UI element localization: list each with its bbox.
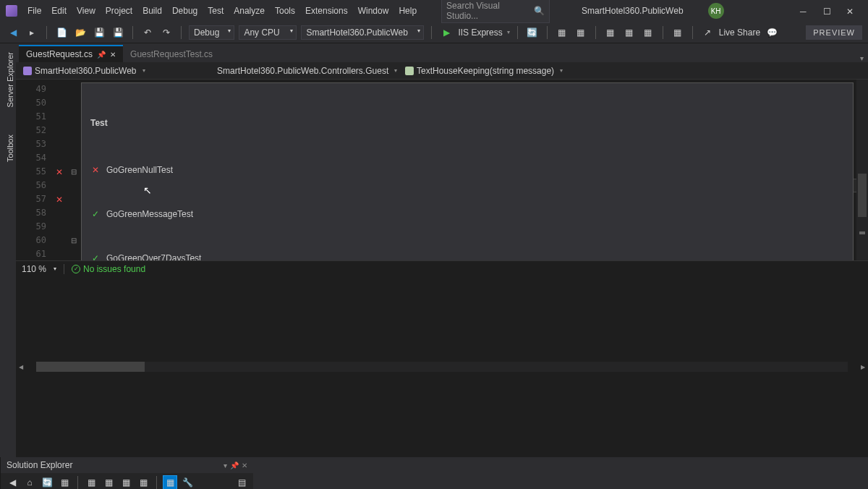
menu-build[interactable]: Build xyxy=(142,6,162,16)
panel-dropdown[interactable]: ▾ xyxy=(224,462,227,469)
menu-debug[interactable]: Debug xyxy=(172,6,197,16)
tb-icon-3[interactable]: ▦ xyxy=(603,25,618,40)
config-dropdown[interactable]: Debug xyxy=(189,25,234,40)
redo-button[interactable]: ↷ xyxy=(159,25,174,40)
save-all-button[interactable]: 💾 xyxy=(111,25,125,40)
menu-window[interactable]: Window xyxy=(358,6,389,16)
preview-badge[interactable]: PREVIEW xyxy=(806,25,862,40)
editor-bottom-bar: 110 % ▾ ✓No issues found xyxy=(16,260,868,276)
back-button[interactable]: ◀ xyxy=(5,475,20,490)
tb-icon-6[interactable]: ▦ xyxy=(671,25,685,40)
menu-help[interactable]: Help xyxy=(399,6,417,16)
line-number-gutter: 49 50 51 52 53 54 55 56 57 58 59 60 61 6… xyxy=(16,80,52,260)
undo-button[interactable]: ↶ xyxy=(140,25,155,40)
project-icon xyxy=(23,67,32,75)
minimize-button[interactable]: ─ xyxy=(800,7,809,15)
right-panel: Solution Explorer ▾ 📌 ✕ ◀ ⌂ 🔄 ▦ ▦ ▦ ▦ ▦ … xyxy=(0,457,253,489)
left-side-tabs: Server Explorer Toolbox xyxy=(0,43,16,457)
tb-icon-4[interactable]: ▦ xyxy=(622,25,637,40)
tab-label: GuestRequestTest.cs xyxy=(130,49,213,59)
run-button[interactable]: ▶ xyxy=(439,25,454,40)
close-button[interactable]: ✕ xyxy=(846,7,855,15)
toolbox-tab[interactable]: Toolbox xyxy=(0,132,16,165)
startup-dropdown[interactable]: SmartHotel360.PublicWeb xyxy=(301,25,424,40)
test-row[interactable]: ✕GoGreenNullTest xyxy=(90,162,844,179)
code-text[interactable]: Test ✕GoGreenNullTest ✓GoGreenMessageTes… xyxy=(81,80,868,260)
maximize-button[interactable]: ☐ xyxy=(823,7,832,15)
open-button[interactable]: 📂 xyxy=(73,25,88,40)
menu-edit[interactable]: Edit xyxy=(51,6,67,16)
solution-explorer-toolbar: ◀ ⌂ 🔄 ▦ ▦ ▦ ▦ ▦ ▦ 🔧 ▤ xyxy=(1,473,253,489)
document-tab-bar: GuestRequest.cs 📌 ✕ GuestRequestTest.cs … xyxy=(16,43,868,62)
btn-icon[interactable]: ▦ xyxy=(101,475,116,490)
fold-toggle[interactable]: ⊟ xyxy=(67,165,81,179)
properties-button[interactable]: 🔧 xyxy=(180,475,195,490)
test-indicator-margin: ✕ ✕ ✓ ✓ xyxy=(52,80,67,260)
home-button[interactable]: ⌂ xyxy=(22,475,37,490)
menu-project[interactable]: Project xyxy=(106,6,132,16)
server-explorer-tab[interactable]: Server Explorer xyxy=(0,49,16,110)
class-context[interactable]: SmartHotel360.PublicWeb.Controllers.Gues… xyxy=(210,66,398,76)
title-bar: File Edit View Project Build Debug Test … xyxy=(0,0,868,22)
pass-icon: ✓ xyxy=(90,254,101,261)
panel-close-icon[interactable]: ✕ xyxy=(242,462,247,469)
btn-icon[interactable]: ▤ xyxy=(234,475,249,490)
test-row[interactable]: ✓GoGreenMessageTest xyxy=(90,206,844,223)
tb-icon-2[interactable]: ▦ xyxy=(574,25,588,40)
menu-extensions[interactable]: Extensions xyxy=(305,6,348,16)
menu-tools[interactable]: Tools xyxy=(275,6,295,16)
fail-icon: ✕ xyxy=(90,166,101,176)
tab-guestrequesttest[interactable]: GuestRequestTest.cs xyxy=(123,46,220,62)
issues-indicator[interactable]: ✓No issues found xyxy=(72,264,145,274)
menu-view[interactable]: View xyxy=(77,6,95,16)
method-context[interactable]: TextHouseKeeping(string message) xyxy=(401,66,865,76)
sync-button[interactable]: 🔄 xyxy=(40,475,54,490)
save-button[interactable]: 💾 xyxy=(92,25,106,40)
method-icon xyxy=(405,67,414,75)
btn-icon[interactable]: ▦ xyxy=(119,475,133,490)
check-icon: ✓ xyxy=(72,265,80,273)
horizontal-scrollbar[interactable]: ◀ ▶ xyxy=(16,276,868,457)
nav-fwd-button[interactable]: ▸ xyxy=(25,25,39,40)
btn-icon[interactable]: ▦ xyxy=(84,475,98,490)
tb-icon-1[interactable]: ▦ xyxy=(555,25,569,40)
vertical-scrollbar[interactable] xyxy=(856,80,868,260)
menu-test[interactable]: Test xyxy=(208,6,224,16)
solution-explorer-title: Solution Explorer ▾ 📌 ✕ xyxy=(1,457,253,473)
show-all-files-button[interactable]: ▦ xyxy=(163,475,177,490)
tab-overflow[interactable]: ▾ xyxy=(856,54,868,62)
fold-toggle[interactable]: ⊟ xyxy=(67,234,81,247)
tab-guestrequest[interactable]: GuestRequest.cs 📌 ✕ xyxy=(19,45,123,62)
tb-icon-5[interactable]: ▦ xyxy=(641,25,655,40)
navigation-bar: SmartHotel360.PublicWeb SmartHotel360.Pu… xyxy=(16,62,868,80)
user-avatar[interactable]: KH xyxy=(708,3,724,19)
pin-icon[interactable]: 📌 xyxy=(97,51,106,59)
feedback-button[interactable]: 💬 xyxy=(765,25,779,40)
platform-dropdown[interactable]: Any CPU xyxy=(239,25,297,40)
menu-analyze[interactable]: Analyze xyxy=(234,6,265,16)
new-project-button[interactable]: 📄 xyxy=(54,25,69,40)
main-toolbar: ◀ ▸ 📄 📂 💾 💾 ↶ ↷ Debug Any CPU SmartHotel… xyxy=(0,22,868,43)
panel-pin-icon[interactable]: 📌 xyxy=(230,462,239,469)
test-row[interactable]: ✓GoGreenOver7DaysTest xyxy=(90,250,844,260)
live-share-label[interactable]: Live Share xyxy=(719,27,760,38)
window-title: SmartHotel360.PublicWeb xyxy=(582,6,684,16)
live-share-icon[interactable]: ↗ xyxy=(700,25,715,40)
ctx-project-label: SmartHotel360.PublicWeb xyxy=(35,66,137,76)
run-label[interactable]: IIS Express xyxy=(458,27,502,38)
code-editor[interactable]: 49 50 51 52 53 54 55 56 57 58 59 60 61 6… xyxy=(16,80,868,260)
test-fail-indicator[interactable]: ✕ xyxy=(52,165,67,179)
menu-file[interactable]: File xyxy=(27,6,41,16)
nav-back-button[interactable]: ◀ xyxy=(6,25,20,40)
project-context[interactable]: SmartHotel360.PublicWeb xyxy=(19,66,207,76)
popup-title: Test xyxy=(90,116,844,130)
fold-margin: ⊟ ⊟ ⊟ ─ xyxy=(67,80,81,260)
quick-launch-search[interactable]: Search Visual Studio... 🔍 xyxy=(441,0,550,23)
browser-link-button[interactable]: 🔄 xyxy=(525,25,540,40)
ctx-method-label: TextHouseKeeping(string message) xyxy=(417,66,554,76)
close-icon[interactable]: ✕ xyxy=(110,51,116,59)
btn-icon[interactable]: ▦ xyxy=(57,475,72,490)
test-fail-indicator[interactable]: ✕ xyxy=(52,192,67,206)
btn-icon[interactable]: ▦ xyxy=(136,475,150,490)
zoom-level[interactable]: 110 % xyxy=(22,264,46,274)
